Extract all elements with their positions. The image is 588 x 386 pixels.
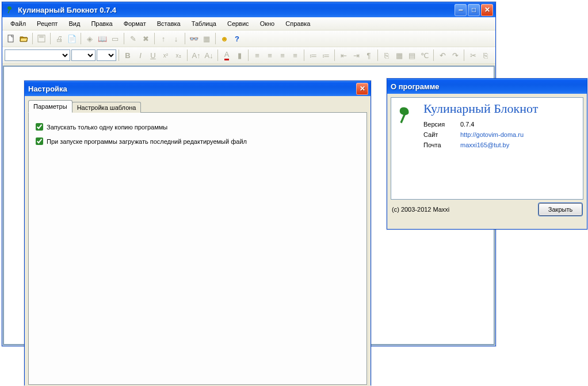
up-icon[interactable]: ↑ — [157, 32, 170, 45]
bold-icon[interactable]: B — [121, 49, 134, 62]
align-justify-icon[interactable]: ≡ — [289, 49, 301, 62]
about-mail-label: Почта — [423, 142, 456, 148]
about-app-name: Кулинарный Блокнот — [423, 101, 538, 116]
about-close-button[interactable]: Закрыть — [539, 203, 582, 216]
list-bullets-icon[interactable]: ≔ — [307, 49, 319, 62]
toolbar-separator — [248, 49, 249, 61]
insert-table-icon[interactable]: ▦ — [393, 49, 406, 62]
settings-tabstrip: Параметры Настройка шаблона — [28, 100, 367, 113]
toolbar-separator — [50, 33, 51, 44]
menu-window[interactable]: Окно — [255, 19, 280, 28]
about-site-link[interactable]: http://gotovim-doma.ru — [460, 131, 538, 138]
about-dialog: О программе Кулинарный Блокнот Версия 0.… — [387, 78, 587, 230]
about-app-icon — [395, 101, 418, 196]
cut-icon[interactable]: ✂ — [467, 49, 479, 62]
underline-icon[interactable]: U — [147, 49, 159, 62]
about-mail-link[interactable]: maxxi165@tut.by — [460, 142, 538, 148]
main-titlebar[interactable]: Кулинарный Блокнот 0.7.4 ‒ □ ✕ — [2, 2, 495, 17]
opt-single-instance-label: Запускать только одну копию программы — [47, 124, 167, 131]
align-right-icon[interactable]: ≡ — [276, 49, 289, 62]
toolbar-2: B I U x² x₂ A↑ A↓ A ▮ ≡ ≡ ≡ ≡ ≔ ≔ ⇤ ⇥ ¶ … — [2, 47, 495, 64]
calendar-icon[interactable]: ▦ — [200, 32, 213, 45]
superscript-icon[interactable]: x² — [159, 49, 172, 62]
redo-icon[interactable]: ↷ — [449, 49, 461, 62]
settings-tabpage: Запускать только одну копию программы Пр… — [28, 112, 367, 385]
opt-load-last-file[interactable]: При запуске программы загружать последни… — [36, 137, 360, 145]
align-center-icon[interactable]: ≡ — [264, 49, 276, 62]
minimize-button[interactable]: ‒ — [455, 4, 467, 16]
help-icon[interactable]: ? — [231, 32, 243, 45]
italic-icon[interactable]: I — [134, 49, 147, 62]
delete-icon[interactable]: ✖ — [139, 32, 152, 45]
about-site-label: Сайт — [423, 131, 456, 138]
page-icon[interactable]: ▭ — [109, 32, 121, 45]
open-icon[interactable] — [17, 32, 30, 45]
highlight-icon[interactable]: ▮ — [233, 49, 246, 62]
print-icon[interactable]: 🖨 — [53, 32, 66, 45]
outdent-icon[interactable]: ⇤ — [337, 49, 350, 62]
app-icon — [6, 5, 15, 14]
toolbar-1: 🖨 📄 ◈ 📖 ▭ ✎ ✖ ↑ ↓ 👓 ▦ ☻ ? — [2, 30, 495, 47]
align-left-icon[interactable]: ≡ — [251, 49, 264, 62]
settings-dialog: Настройка ✕ Параметры Настройка шаблона … — [24, 81, 371, 385]
menu-table[interactable]: Таблица — [187, 19, 221, 28]
menubar: Файл Рецепт Вид Правка Формат Вставка Та… — [2, 17, 495, 30]
pilcrow-icon[interactable]: ¶ — [362, 49, 375, 62]
opt-single-instance[interactable]: Запускать только одну копию программы — [36, 123, 360, 131]
about-version-value: 0.7.4 — [460, 121, 538, 128]
about-title: О программе — [391, 82, 585, 91]
toolbar-separator — [81, 33, 81, 44]
toolbar-separator — [185, 33, 185, 44]
list-numbers-icon[interactable]: ≔ — [319, 49, 332, 62]
size-combo[interactable] — [97, 49, 116, 61]
insert-temp-icon[interactable]: ℃ — [418, 49, 431, 62]
opt-load-last-file-checkbox[interactable] — [36, 137, 43, 145]
new-icon[interactable] — [5, 32, 17, 45]
indent-icon[interactable]: ⇥ — [350, 49, 362, 62]
opt-single-instance-checkbox[interactable] — [36, 123, 43, 131]
menu-format[interactable]: Формат — [119, 19, 151, 28]
font-grow-icon[interactable]: A↑ — [190, 49, 203, 62]
book-icon[interactable]: ◈ — [83, 32, 96, 45]
tab-template[interactable]: Настройка шаблона — [72, 102, 142, 113]
copy-icon[interactable]: ⎘ — [479, 49, 492, 62]
font-color-icon[interactable]: A — [220, 49, 233, 62]
smiley-icon[interactable]: ☻ — [218, 32, 231, 45]
toolbar-separator — [217, 49, 218, 61]
close-button[interactable]: ✕ — [481, 4, 493, 16]
menu-insert[interactable]: Вставка — [152, 19, 185, 28]
menu-edit[interactable]: Правка — [86, 19, 117, 28]
font-combo[interactable] — [71, 49, 96, 61]
settings-titlebar[interactable]: Настройка ✕ — [25, 81, 371, 96]
print-preview-icon[interactable]: 📄 — [66, 32, 78, 45]
subscript-icon[interactable]: x₂ — [172, 49, 185, 62]
settings-title: Настройка — [28, 85, 356, 93]
binoculars-icon[interactable]: 👓 — [188, 32, 200, 45]
down-icon[interactable]: ↓ — [170, 32, 182, 45]
edit-icon[interactable]: ✎ — [127, 32, 139, 45]
toolbar-separator — [304, 49, 304, 61]
about-titlebar[interactable]: О программе — [387, 79, 587, 94]
toolbar-separator — [433, 49, 434, 61]
toolbar-separator — [464, 49, 464, 61]
menu-view[interactable]: Вид — [64, 19, 85, 28]
opt-load-last-file-label: При запуске программы загружать последни… — [47, 138, 247, 145]
maximize-button[interactable]: □ — [468, 4, 480, 16]
settings-close-icon[interactable]: ✕ — [356, 83, 368, 95]
menu-file[interactable]: Файл — [6, 19, 30, 28]
tab-parameters[interactable]: Параметры — [28, 100, 72, 113]
insert-link-icon[interactable]: ⎘ — [380, 49, 393, 62]
style-combo[interactable] — [5, 49, 70, 61]
menu-help[interactable]: Справка — [281, 19, 315, 28]
insert-grid-icon[interactable]: ▤ — [406, 49, 418, 62]
toolbar-separator — [377, 49, 378, 61]
about-copyright: (c) 2003-2012 Maxxi — [392, 206, 449, 213]
about-version-label: Версия — [423, 121, 456, 128]
menu-service[interactable]: Сервис — [223, 19, 254, 28]
font-shrink-icon[interactable]: A↓ — [203, 49, 215, 62]
svg-rect-0 — [8, 35, 13, 42]
pages-icon[interactable]: 📖 — [96, 32, 109, 45]
menu-recipe[interactable]: Рецепт — [32, 19, 62, 28]
undo-icon[interactable]: ↶ — [436, 49, 449, 62]
save-icon[interactable] — [35, 32, 48, 45]
